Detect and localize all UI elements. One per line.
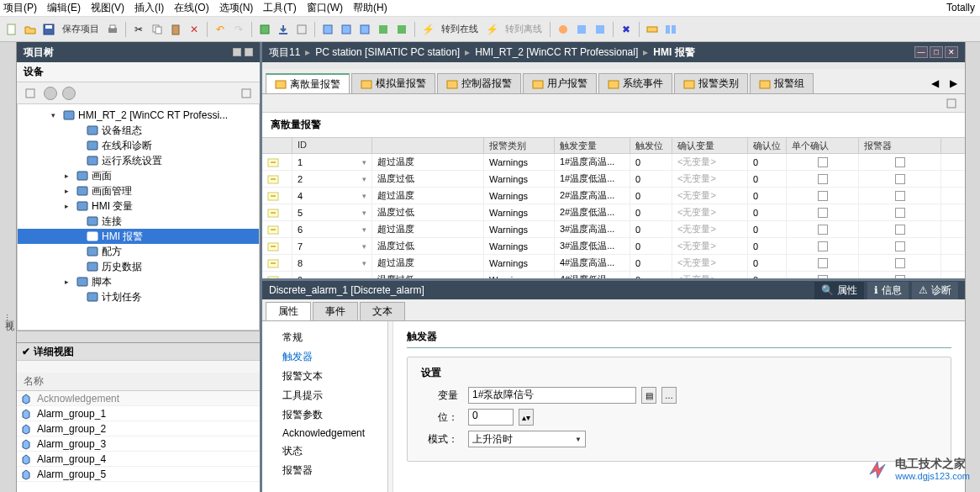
bit-input[interactable]: 0 xyxy=(468,409,514,426)
prop-nav-item[interactable]: 报警器 xyxy=(266,461,384,480)
alarm-group-checkbox[interactable] xyxy=(895,225,905,235)
bit-spinner-icon[interactable]: ▴▾ xyxy=(519,409,534,426)
inspector-tab-diag[interactable]: ⚠诊断 xyxy=(912,282,958,299)
save-icon[interactable] xyxy=(40,21,57,38)
menu-project[interactable]: 项目(P) xyxy=(3,1,37,15)
id-dropdown-icon[interactable]: ▾ xyxy=(362,276,366,279)
single-ack-checkbox[interactable] xyxy=(818,241,828,251)
id-dropdown-icon[interactable]: ▾ xyxy=(362,209,366,217)
table-row[interactable]: 2▾温度过低Warnings1#温度低温...0<无变量>0 xyxy=(262,171,965,188)
editor-tab[interactable]: 模拟量报警 xyxy=(351,73,435,93)
tb-icon-8[interactable] xyxy=(592,21,609,38)
detail-row[interactable]: Alarm_group_3 xyxy=(17,436,260,452)
left-vtab[interactable]: 可视... xyxy=(0,42,17,492)
undo-icon[interactable]: ↶ xyxy=(212,21,229,38)
tag-browse-icon[interactable]: ▤ xyxy=(641,387,656,404)
id-dropdown-icon[interactable]: ▾ xyxy=(362,242,366,251)
tb-icon-7[interactable] xyxy=(573,21,590,38)
id-dropdown-icon[interactable]: ▾ xyxy=(362,175,366,183)
gh-bit[interactable]: 触发位 xyxy=(630,138,672,153)
print-icon[interactable] xyxy=(104,21,121,38)
menu-edit[interactable]: 编辑(E) xyxy=(47,1,81,15)
alarm-group-checkbox[interactable] xyxy=(895,241,905,251)
gh-tag[interactable]: 触发变量 xyxy=(555,138,630,153)
panel-collapse-icon[interactable] xyxy=(233,48,241,56)
close-x-icon[interactable]: ✖ xyxy=(618,21,635,38)
tree-item[interactable]: 计划任务 xyxy=(18,289,259,304)
alarm-group-checkbox[interactable] xyxy=(895,258,905,268)
detail-row[interactable]: Alarm_group_1 xyxy=(17,406,260,421)
detail-row[interactable]: Alarm_group_2 xyxy=(17,421,260,436)
editor-tab[interactable]: 离散量报警 xyxy=(266,73,350,93)
gh-class[interactable]: 报警类别 xyxy=(484,138,555,153)
gh-text[interactable] xyxy=(372,138,484,153)
single-ack-checkbox[interactable] xyxy=(818,208,828,218)
split-v-icon[interactable] xyxy=(662,21,679,38)
tree-item[interactable]: ▸画面 xyxy=(18,168,259,183)
tree-item[interactable]: 在线和诊断 xyxy=(18,138,259,153)
editor-tab[interactable]: 控制器报警 xyxy=(437,73,521,93)
id-dropdown-icon[interactable]: ▾ xyxy=(362,225,366,234)
tree-item[interactable]: ▸HMI 变量 xyxy=(18,198,259,214)
gh-icon[interactable] xyxy=(262,138,292,153)
table-row[interactable]: 6▾超过温度Warnings3#温度高温...0<无变量>0 xyxy=(262,221,965,238)
tree-item[interactable]: 历史数据 xyxy=(18,259,259,274)
alarm-group-checkbox[interactable] xyxy=(895,275,905,279)
tb-icon-4[interactable] xyxy=(375,21,392,38)
expand-icon[interactable]: ▸ xyxy=(65,187,73,195)
tree-item[interactable]: ▾HMI_RT_2 [WinCC RT Professi... xyxy=(18,108,259,123)
alarm-group-checkbox[interactable] xyxy=(895,191,905,201)
table-row[interactable]: 7▾温度过低Warnings3#温度低温...0<无变量>0 xyxy=(262,238,965,255)
editor-tab[interactable]: 报警类别 xyxy=(674,73,748,93)
tag-input[interactable]: 1#泵故障信号 xyxy=(468,387,636,404)
table-row[interactable]: 9▾温度过低Warnings4#温度低温...0<无变量>0 xyxy=(262,272,965,278)
menu-window[interactable]: 窗口(W) xyxy=(307,1,343,15)
tree-tb-icon-1[interactable] xyxy=(22,85,39,102)
ltab-events[interactable]: 事件 xyxy=(313,302,358,320)
right-vtab[interactable] xyxy=(965,42,980,492)
prop-nav-item[interactable]: 报警参数 xyxy=(266,405,384,425)
win-min-icon[interactable]: — xyxy=(914,46,928,58)
tree-nav-back[interactable] xyxy=(44,87,57,100)
cut-icon[interactable]: ✂ xyxy=(130,21,147,38)
split-h-icon[interactable] xyxy=(644,21,661,38)
single-ack-checkbox[interactable] xyxy=(818,258,828,268)
bc-seg-3[interactable]: HMI 报警 xyxy=(653,45,694,60)
tree-item[interactable]: HMI 报警 xyxy=(18,229,259,244)
panel-pin-icon[interactable] xyxy=(245,48,253,56)
tree-item[interactable]: ▸画面管理 xyxy=(18,183,259,198)
menu-tools[interactable]: 工具(T) xyxy=(263,1,296,15)
gh-id[interactable]: ID xyxy=(292,138,372,153)
save-label[interactable]: 保存项目 xyxy=(59,23,103,35)
upload-icon[interactable] xyxy=(293,21,310,38)
tb-icon-1[interactable] xyxy=(319,21,336,38)
tab-left-icon[interactable]: ◀ xyxy=(926,75,943,92)
mode-select[interactable]: 上升沿时▼ xyxy=(468,431,586,447)
grid-body[interactable]: 1▾超过温度Warnings1#温度高温...0<无变量>02▾温度过低Warn… xyxy=(262,154,965,278)
editor-tab[interactable]: 用户报警 xyxy=(523,73,597,93)
bc-seg-1[interactable]: PC station [SIMATIC PC station] xyxy=(315,46,460,58)
tb-icon-3[interactable] xyxy=(356,21,373,38)
id-dropdown-icon[interactable]: ▾ xyxy=(362,158,366,167)
alarm-group-checkbox[interactable] xyxy=(895,208,905,218)
menu-insert[interactable]: 插入(I) xyxy=(134,1,164,15)
inspector-tab-info[interactable]: ℹ信息 xyxy=(867,282,909,299)
menu-help[interactable]: 帮助(H) xyxy=(353,1,387,15)
gh-singleack[interactable]: 单个确认 xyxy=(787,138,859,153)
win-close-icon[interactable]: ✕ xyxy=(945,46,958,58)
tb-icon-6[interactable] xyxy=(555,21,572,38)
menu-view[interactable]: 视图(V) xyxy=(91,1,124,15)
expand-icon[interactable]: ▸ xyxy=(65,202,73,210)
ltab-props[interactable]: 属性 xyxy=(266,302,311,320)
alarm-group-checkbox[interactable] xyxy=(895,174,905,184)
gh-ackbit[interactable]: 确认位 xyxy=(748,138,787,153)
expand-icon[interactable]: ▾ xyxy=(51,111,60,119)
prop-nav-item[interactable]: 常规 xyxy=(266,328,384,347)
single-ack-checkbox[interactable] xyxy=(818,225,828,235)
prop-nav-item[interactable]: 工具提示 xyxy=(266,386,384,405)
win-max-icon[interactable]: □ xyxy=(930,46,943,58)
copy-icon[interactable] xyxy=(149,21,166,38)
download-icon[interactable] xyxy=(275,21,292,38)
single-ack-checkbox[interactable] xyxy=(818,275,828,279)
single-ack-checkbox[interactable] xyxy=(818,191,828,201)
